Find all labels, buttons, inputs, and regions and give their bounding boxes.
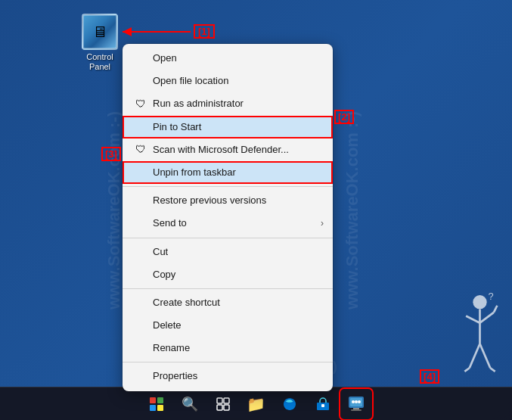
control-panel-icon-image	[82, 14, 118, 50]
taskbar-task-view-button[interactable]	[208, 390, 238, 418]
menu-item-delete[interactable]: Delete	[123, 314, 333, 337]
task-view-icon	[216, 397, 230, 411]
desktop: www.SoftwareOK.com :-) www.SoftwareOK.co…	[0, 0, 512, 420]
menu-item-properties[interactable]: Properties	[123, 365, 333, 387]
annotation-4-label: [4]	[420, 369, 439, 384]
taskbar-search-button[interactable]: 🔍	[175, 390, 205, 418]
svg-line-7	[480, 344, 491, 368]
menu-item-send-to[interactable]: Send to ›	[123, 212, 333, 235]
svg-line-4	[480, 313, 494, 323]
edge-icon	[282, 397, 297, 412]
menu-item-open[interactable]: Open	[123, 47, 333, 70]
menu-item-cut-label: Cut	[153, 245, 168, 259]
menu-item-unpin-taskbar[interactable]: Unpin from taskbar	[123, 161, 333, 184]
control-panel-desktop-icon[interactable]: Control Panel	[76, 14, 124, 72]
menu-item-rename-label: Rename	[153, 341, 190, 355]
stick-figure: ?	[459, 291, 501, 382]
taskbar-edge-button[interactable]	[275, 390, 305, 418]
menu-item-scan-defender-label: Scan with Microsoft Defender...	[153, 143, 289, 157]
menu-item-unpin-taskbar-label: Unpin from taskbar	[153, 166, 236, 179]
svg-line-8	[464, 368, 469, 372]
svg-line-6	[470, 344, 480, 368]
svg-line-5	[494, 306, 498, 313]
svg-point-0	[473, 295, 486, 309]
taskbar-control-panel-button[interactable]	[341, 390, 371, 418]
menu-item-pin-to-start[interactable]: Pin to Start	[123, 116, 333, 138]
menu-item-open-file-location[interactable]: Open file location	[123, 70, 333, 92]
menu-item-run-as-admin-label: Run as administrator	[153, 97, 244, 110]
separator-3	[123, 288, 333, 289]
svg-line-9	[490, 368, 495, 372]
annotation-3-label: [3]	[101, 147, 121, 161]
menu-item-rename[interactable]: Rename	[123, 337, 333, 359]
svg-rect-18	[353, 408, 359, 409]
taskbar-store-button[interactable]	[308, 390, 338, 418]
menu-item-send-to-label: Send to	[153, 216, 187, 230]
menu-item-restore-label: Restore previous versions	[153, 194, 266, 207]
svg-rect-19	[351, 409, 362, 411]
control-panel-taskbar-icon	[348, 396, 365, 412]
svg-rect-11	[224, 398, 229, 403]
annotation-1-label: [1]	[194, 24, 215, 39]
control-panel-icon-label: Control Panel	[76, 52, 124, 72]
menu-item-pin-to-start-label: Pin to Start	[153, 120, 201, 134]
menu-item-create-shortcut[interactable]: Create shortcut	[123, 291, 333, 314]
menu-item-run-as-admin[interactable]: 🛡 Run as administrator	[123, 92, 333, 115]
menu-item-create-shortcut-label: Create shortcut	[153, 296, 220, 310]
taskbar-start-button[interactable]	[141, 390, 172, 418]
svg-rect-10	[217, 398, 222, 403]
svg-rect-15	[321, 404, 324, 407]
menu-item-open-file-location-label: Open file location	[153, 74, 228, 88]
send-to-chevron-icon: ›	[321, 217, 324, 230]
watermark-right: www.SoftwareOK.com :-)	[343, 111, 362, 310]
watermark-left: www.SoftwareOK.com :-)	[104, 111, 124, 310]
file-explorer-icon: 📁	[247, 395, 265, 413]
taskbar: 🔍 📁	[0, 387, 512, 420]
separator-4	[123, 362, 333, 362]
taskbar-file-explorer-button[interactable]: 📁	[241, 390, 272, 418]
search-icon: 🔍	[182, 396, 198, 412]
menu-item-copy[interactable]: Copy	[123, 263, 333, 286]
context-menu: Open Open file location 🛡 Run as adminis…	[123, 44, 333, 391]
menu-item-cut[interactable]: Cut	[123, 241, 333, 263]
separator-1	[123, 186, 333, 187]
svg-text:?: ?	[489, 291, 494, 302]
menu-item-copy-label: Copy	[153, 268, 175, 282]
annotation-1-arrow: [1]	[123, 24, 215, 39]
menu-item-restore-previous[interactable]: Restore previous versions	[123, 189, 333, 212]
menu-item-properties-label: Properties	[153, 369, 197, 383]
svg-rect-12	[217, 405, 222, 410]
annotation-2-label: [2]	[334, 110, 354, 124]
menu-item-delete-label: Delete	[153, 319, 182, 332]
svg-rect-13	[224, 405, 229, 410]
menu-item-open-label: Open	[153, 51, 177, 65]
svg-line-3	[466, 316, 479, 323]
menu-item-scan-defender[interactable]: 🛡 Scan with Microsoft Defender...	[123, 138, 333, 161]
store-icon	[315, 397, 330, 412]
windows-logo-icon	[150, 397, 163, 411]
shield-icon: 🛡	[135, 98, 147, 110]
defender-icon: 🛡	[135, 144, 147, 156]
svg-point-20	[352, 400, 355, 403]
svg-point-21	[355, 400, 358, 403]
svg-point-22	[358, 400, 361, 403]
separator-2	[123, 238, 333, 238]
